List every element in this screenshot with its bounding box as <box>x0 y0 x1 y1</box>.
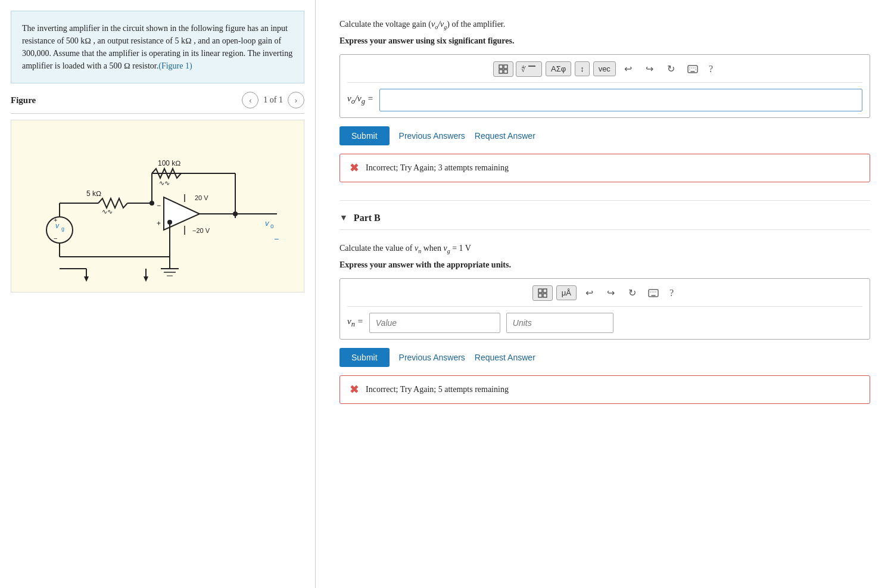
redo-button[interactable]: ↪ <box>641 61 659 77</box>
radical-button[interactable]: ∜ <box>516 61 542 77</box>
figure-link[interactable]: (Figure 1) <box>158 61 192 70</box>
arrows-button[interactable]: ↕ <box>575 61 590 76</box>
part-b-keyboard-button[interactable] <box>644 285 662 301</box>
svg-text:+: + <box>157 219 161 228</box>
refresh-button[interactable]: ↻ <box>662 61 680 77</box>
svg-rect-59 <box>543 289 547 293</box>
part-a-error-icon: ✖ <box>350 161 359 175</box>
part-b-chevron-icon[interactable]: ▼ <box>339 213 348 223</box>
part-a-answer-input[interactable] <box>379 89 862 111</box>
matrix-button[interactable] <box>493 61 513 77</box>
svg-text:−20 V: −20 V <box>192 227 210 234</box>
part-a-error-text: Incorrect; Try Again; 3 attempts remaini… <box>366 163 509 173</box>
next-figure-button[interactable]: › <box>288 92 304 108</box>
page-indicator: 1 of 1 <box>263 95 283 105</box>
part-b-submit-row: Submit Previous Answers Request Answer <box>339 348 870 367</box>
part-b-undo-button[interactable]: ↩ <box>580 285 598 301</box>
part-b-toolbar-group1 <box>532 285 553 301</box>
svg-rect-60 <box>538 294 542 297</box>
problem-text-content: The inverting amplifier in the circuit s… <box>22 24 292 70</box>
part-b-matrix-button[interactable] <box>532 285 553 301</box>
part-a-input-box: ∜ ΑΣφ ↕ vec ↩ ↪ ↻ ? <box>339 54 870 118</box>
svg-rect-45 <box>504 65 507 69</box>
part-b-value-input[interactable] <box>369 313 500 333</box>
svg-rect-58 <box>538 289 542 293</box>
part-a-toolbar: ∜ ΑΣφ ↕ vec ↩ ↪ ↻ ? <box>347 61 862 83</box>
svg-text:o: o <box>270 223 274 229</box>
part-b-refresh-button[interactable]: ↻ <box>623 285 641 301</box>
circuit-svg: v g + − 5 kΩ ∿∿ <box>27 126 289 287</box>
svg-text:∿∿: ∿∿ <box>159 179 170 186</box>
part-b-redo-button[interactable]: ↪ <box>602 285 619 301</box>
part-a-submit-row: Submit Previous Answers Request Answer <box>339 126 870 145</box>
part-a-question-area: Calculate the voltage gain (vo/vg) of th… <box>339 18 870 182</box>
svg-text:−: − <box>274 234 279 244</box>
left-panel: The inverting amplifier in the circuit s… <box>0 0 316 588</box>
svg-text:∿∿: ∿∿ <box>102 208 113 215</box>
part-b-previous-answers-link[interactable]: Previous Answers <box>399 353 465 362</box>
part-b-help-icon[interactable]: ? <box>666 287 677 300</box>
part-b-error-icon: ✖ <box>350 383 359 396</box>
svg-rect-49 <box>528 66 535 67</box>
figure-title: Figure <box>11 95 36 105</box>
part-a-express: Express your answer using six significan… <box>339 36 870 46</box>
part-b-header: ▼ Part B <box>339 213 870 230</box>
part-b-section: ▼ Part B Calculate the value of vn when … <box>339 200 870 404</box>
right-content: Calculate the voltage gain (vo/vg) of th… <box>316 0 894 588</box>
help-icon[interactable]: ? <box>705 63 717 76</box>
svg-rect-44 <box>499 65 503 69</box>
keyboard-button[interactable] <box>684 61 702 77</box>
part-b-express: Express your answer with the appropriate… <box>339 260 870 270</box>
part-a-previous-answers-link[interactable]: Previous Answers <box>399 131 465 141</box>
figure-header: Figure ‹ 1 of 1 › <box>11 83 304 114</box>
vec-button[interactable]: vec <box>593 61 616 76</box>
part-a-question: Calculate the voltage gain (vo/vg) of th… <box>339 18 870 32</box>
svg-text:∜: ∜ <box>521 66 526 74</box>
svg-text:100 kΩ: 100 kΩ <box>158 159 181 167</box>
part-b-toolbar: μÅ ↩ ↪ ↻ ? <box>347 285 862 307</box>
part-a-math-label: vo/vg <box>431 20 447 29</box>
part-a-input-row: vo/vg = <box>347 89 862 111</box>
part-b-equation-label: vn = <box>347 316 363 329</box>
svg-point-28 <box>167 220 172 225</box>
part-b-submit-button[interactable]: Submit <box>339 348 390 367</box>
svg-rect-61 <box>543 294 547 297</box>
svg-rect-46 <box>499 70 503 73</box>
part-a-equation-label: vo/vg = <box>347 94 373 106</box>
part-b-error-text: Incorrect; Try Again; 5 attempts remaini… <box>366 385 509 394</box>
part-b-error-box: ✖ Incorrect; Try Again; 5 attempts remai… <box>339 375 870 404</box>
part-b-input-row: vn = <box>347 313 862 333</box>
part-b-label: Part B <box>354 213 381 223</box>
svg-text:g: g <box>61 226 64 232</box>
svg-text:−: − <box>54 235 57 242</box>
part-b-input-box: μÅ ↩ ↪ ↻ ? vn = <box>339 278 870 340</box>
svg-rect-47 <box>504 70 507 73</box>
figure-nav: ‹ 1 of 1 › <box>242 92 304 108</box>
part-a-request-answer-link[interactable]: Request Answer <box>475 131 535 141</box>
units-button[interactable]: μÅ <box>556 285 577 300</box>
greek-button[interactable]: ΑΣφ <box>546 61 571 76</box>
circuit-diagram: v g + − 5 kΩ ∿∿ <box>11 120 304 293</box>
part-b-request-answer-link[interactable]: Request Answer <box>475 353 535 362</box>
svg-text:−: − <box>157 201 161 210</box>
part-a-error-box: ✖ Incorrect; Try Again; 3 attempts remai… <box>339 154 870 182</box>
part-b-units-input[interactable] <box>506 313 613 333</box>
svg-text:+: + <box>54 216 57 223</box>
svg-text:5 kΩ: 5 kΩ <box>86 189 101 198</box>
undo-button[interactable]: ↩ <box>619 61 637 77</box>
part-a-submit-button[interactable]: Submit <box>339 126 390 145</box>
problem-text: The inverting amplifier in the circuit s… <box>11 11 304 83</box>
part-a-toolbar-group1: ∜ <box>493 61 542 77</box>
part-b-question: Calculate the value of vn when vg = 1 V <box>339 242 870 256</box>
figure-section: Figure ‹ 1 of 1 › v g + − <box>0 83 315 298</box>
part-a-section: Calculate the voltage gain (vo/vg) of th… <box>339 18 870 182</box>
right-panel: Calculate the voltage gain (vo/vg) of th… <box>316 0 894 588</box>
svg-text:20 V: 20 V <box>195 194 208 201</box>
prev-figure-button[interactable]: ‹ <box>242 92 258 108</box>
